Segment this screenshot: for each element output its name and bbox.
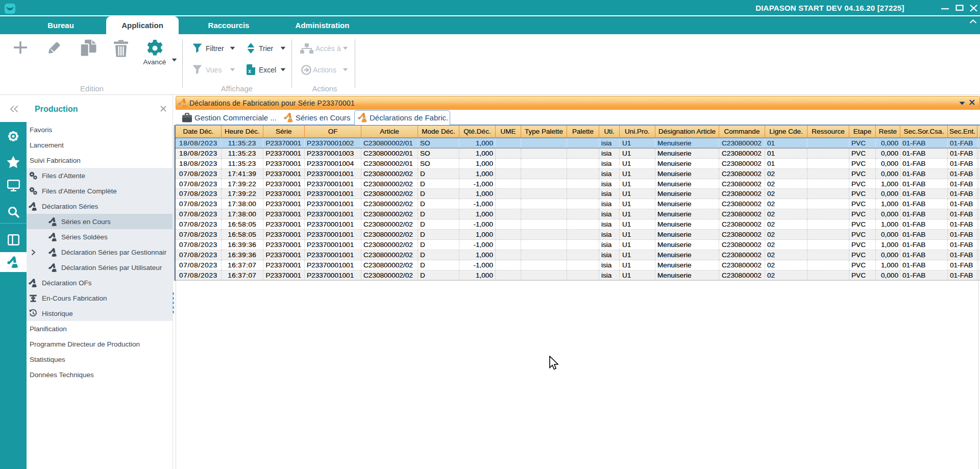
svg-text:x: x xyxy=(248,68,251,74)
